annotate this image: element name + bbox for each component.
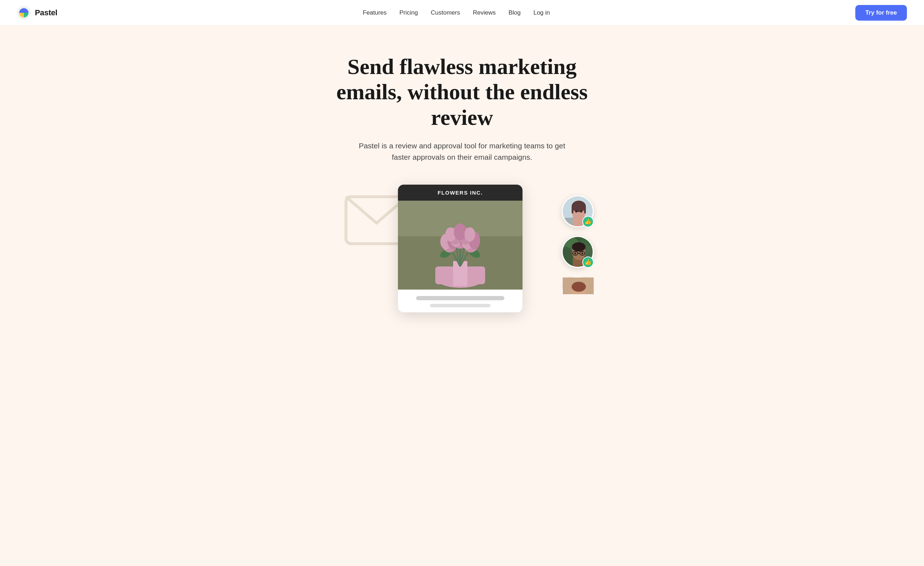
svg-point-51 <box>574 252 576 254</box>
nav-pricing[interactable]: Pricing <box>399 9 418 16</box>
reviewer-avatar-3 <box>562 276 594 294</box>
reviewer-avatar-1: 👍 <box>562 195 594 227</box>
email-text-bar-2 <box>430 304 491 307</box>
hero-title: Send flawless marketing emails, without … <box>316 54 608 130</box>
svg-rect-34 <box>572 206 573 213</box>
svg-point-27 <box>465 227 475 241</box>
svg-point-36 <box>575 210 578 213</box>
nav-features[interactable]: Features <box>363 9 387 16</box>
avatar-circle-partial <box>562 276 594 294</box>
navbar-logo-area: Pastel <box>17 6 57 19</box>
pastel-logo-icon <box>17 6 31 19</box>
email-card-image <box>398 201 522 290</box>
svg-rect-35 <box>584 206 586 213</box>
email-card-text-area <box>398 290 522 312</box>
navbar-links: Features Pricing Customers Reviews Blog … <box>363 9 550 16</box>
hero-subtitle: Pastel is a review and approval tool for… <box>355 140 569 163</box>
thumbs-up-badge-1: 👍 <box>582 216 594 227</box>
navbar: Pastel Features Pricing Customers Review… <box>0 0 924 25</box>
email-card-brand: FLOWERS INC. <box>398 185 522 201</box>
svg-point-57 <box>572 282 586 292</box>
reviewer-avatar-2: 👍 <box>562 236 594 268</box>
reviewer-avatars: 👍 <box>562 195 594 294</box>
svg-point-52 <box>582 252 584 254</box>
svg-point-47 <box>572 242 585 252</box>
try-for-free-button[interactable]: Try for free <box>855 5 907 21</box>
svg-point-26 <box>454 223 466 241</box>
email-text-bar-1 <box>416 296 504 300</box>
email-preview-card: FLOWERS INC. <box>398 185 522 312</box>
svg-point-37 <box>580 210 582 213</box>
nav-login[interactable]: Log in <box>534 9 550 16</box>
hero-visual: FLOWERS INC. <box>302 185 622 338</box>
svg-point-33 <box>572 201 586 212</box>
nav-blog[interactable]: Blog <box>508 9 521 16</box>
nav-customers[interactable]: Customers <box>430 9 460 16</box>
logo-text: Pastel <box>35 8 57 18</box>
thumbs-up-badge-2: 👍 <box>582 256 594 268</box>
hero-section: Send flawless marketing emails, without … <box>0 25 924 338</box>
nav-reviews[interactable]: Reviews <box>472 9 495 16</box>
